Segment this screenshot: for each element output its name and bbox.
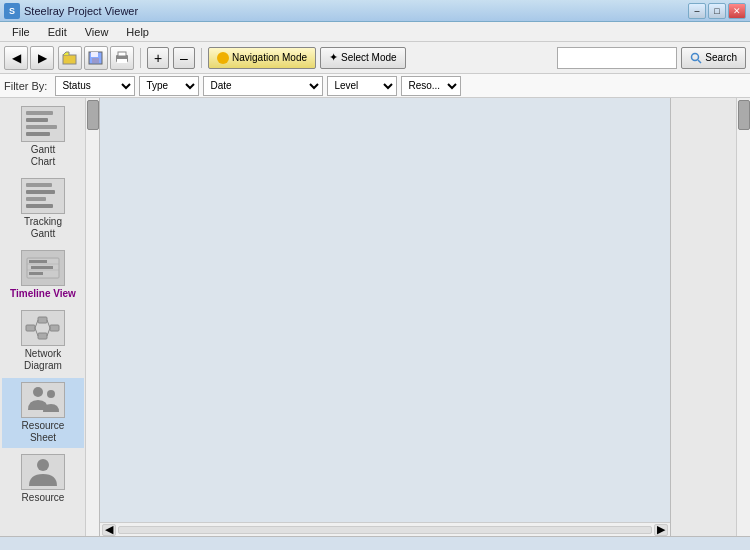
sidebar-content: GanttChart TrackingGantt bbox=[0, 98, 86, 514]
svg-rect-16 bbox=[38, 317, 47, 323]
svg-rect-12 bbox=[29, 260, 47, 263]
search-button[interactable]: Search bbox=[681, 47, 746, 69]
resource-sheet-label: ResourceSheet bbox=[22, 420, 65, 444]
svg-rect-2 bbox=[91, 52, 98, 57]
svg-rect-17 bbox=[38, 333, 47, 339]
right-scrollbar[interactable] bbox=[736, 98, 750, 536]
main-area: GanttChart TrackingGantt bbox=[0, 98, 750, 536]
tracking-gantt-label: TrackingGantt bbox=[24, 216, 62, 240]
navigation-mode-button[interactable]: Navigation Mode bbox=[208, 47, 316, 69]
print-button[interactable] bbox=[110, 46, 134, 70]
save-button[interactable] bbox=[84, 46, 108, 70]
sidebar-item-tracking-gantt[interactable]: TrackingGantt bbox=[2, 174, 84, 244]
sidebar-item-resource[interactable]: Resource bbox=[2, 450, 84, 508]
menu-file[interactable]: File bbox=[4, 24, 38, 40]
sidebar-item-resource-sheet[interactable]: ResourceSheet bbox=[2, 378, 84, 448]
sidebar-item-timeline-view[interactable]: Timeline View bbox=[2, 246, 84, 304]
filter-by-label: Filter By: bbox=[4, 80, 47, 92]
hscroll-right-btn[interactable]: ▶ bbox=[654, 524, 668, 536]
svg-rect-3 bbox=[92, 58, 99, 63]
svg-point-24 bbox=[47, 390, 55, 398]
app-icon: S bbox=[4, 3, 20, 19]
gantt-chart-label: GanttChart bbox=[31, 144, 55, 168]
open-button[interactable] bbox=[58, 46, 82, 70]
remove-button[interactable]: – bbox=[173, 47, 195, 69]
toolbar: ◀ ▶ + – Navigation Mode ✦ Select Mode Se… bbox=[0, 42, 750, 74]
search-input[interactable] bbox=[557, 47, 677, 69]
svg-rect-0 bbox=[63, 55, 76, 64]
timeline-view-icon bbox=[21, 250, 65, 286]
network-diagram-label: NetworkDiagram bbox=[24, 348, 62, 372]
sidebar-item-gantt-chart[interactable]: GanttChart bbox=[2, 102, 84, 172]
resource-label: Resource bbox=[22, 492, 65, 504]
gantt-chart-icon bbox=[21, 106, 65, 142]
minimize-button[interactable]: – bbox=[688, 3, 706, 19]
hscroll-left-btn[interactable]: ◀ bbox=[102, 524, 116, 536]
svg-rect-13 bbox=[31, 266, 53, 269]
svg-rect-6 bbox=[117, 59, 127, 63]
network-diagram-icon bbox=[21, 310, 65, 346]
filter-bar: Filter By: Status Type Date Level Reso..… bbox=[0, 74, 750, 98]
filter-date-select[interactable]: Date bbox=[203, 76, 323, 96]
sidebar: GanttChart TrackingGantt bbox=[0, 98, 100, 536]
add-button[interactable]: + bbox=[147, 47, 169, 69]
sidebar-item-network-diagram[interactable]: NetworkDiagram bbox=[2, 306, 84, 376]
toolbar-sep-2 bbox=[201, 48, 202, 68]
menu-view[interactable]: View bbox=[77, 24, 117, 40]
horizontal-scrollbar[interactable]: ◀ ▶ bbox=[100, 522, 670, 536]
filter-reso-select[interactable]: Reso... bbox=[401, 76, 461, 96]
select-mode-icon: ✦ bbox=[329, 51, 338, 64]
svg-line-8 bbox=[698, 60, 701, 63]
toolbar-sep-1 bbox=[140, 48, 141, 68]
back-button[interactable]: ◀ bbox=[4, 46, 28, 70]
svg-rect-14 bbox=[29, 272, 43, 275]
select-mode-button[interactable]: ✦ Select Mode bbox=[320, 47, 406, 69]
svg-rect-15 bbox=[26, 325, 35, 331]
filter-status-select[interactable]: Status bbox=[55, 76, 135, 96]
maximize-button[interactable]: □ bbox=[708, 3, 726, 19]
sidebar-scrollbar[interactable] bbox=[85, 98, 99, 536]
file-buttons bbox=[58, 46, 134, 70]
window-controls: – □ ✕ bbox=[688, 3, 746, 19]
resource-icon bbox=[21, 454, 65, 490]
svg-point-25 bbox=[37, 459, 49, 471]
search-label: Search bbox=[705, 52, 737, 63]
nav-buttons: ◀ ▶ bbox=[4, 46, 54, 70]
nav-mode-icon bbox=[217, 52, 229, 64]
app-title: Steelray Project Viewer bbox=[24, 5, 688, 17]
svg-rect-5 bbox=[118, 52, 126, 56]
filter-type-select[interactable]: Type bbox=[139, 76, 199, 96]
select-mode-label: Select Mode bbox=[341, 52, 397, 63]
title-bar: S Steelray Project Viewer – □ ✕ bbox=[0, 0, 750, 22]
right-panel bbox=[670, 98, 750, 536]
svg-line-20 bbox=[35, 328, 38, 336]
nav-mode-label: Navigation Mode bbox=[232, 52, 307, 63]
svg-point-23 bbox=[33, 387, 43, 397]
timeline-view-label: Timeline View bbox=[10, 288, 76, 300]
svg-line-19 bbox=[35, 320, 38, 328]
sidebar-scroll-thumb[interactable] bbox=[87, 100, 99, 130]
svg-point-7 bbox=[692, 53, 699, 60]
forward-button[interactable]: ▶ bbox=[30, 46, 54, 70]
menu-help[interactable]: Help bbox=[118, 24, 157, 40]
svg-rect-18 bbox=[50, 325, 59, 331]
menu-bar: File Edit View Help bbox=[0, 22, 750, 42]
status-bar bbox=[0, 536, 750, 550]
filter-level-select[interactable]: Level bbox=[327, 76, 397, 96]
close-button[interactable]: ✕ bbox=[728, 3, 746, 19]
content-main bbox=[100, 98, 670, 522]
svg-line-21 bbox=[47, 320, 50, 328]
tracking-gantt-icon bbox=[21, 178, 65, 214]
content-area: ◀ ▶ bbox=[100, 98, 670, 536]
menu-edit[interactable]: Edit bbox=[40, 24, 75, 40]
resource-sheet-icon bbox=[21, 382, 65, 418]
svg-line-22 bbox=[47, 328, 50, 336]
right-scroll-thumb[interactable] bbox=[738, 100, 750, 130]
hscroll-track[interactable] bbox=[118, 526, 652, 534]
